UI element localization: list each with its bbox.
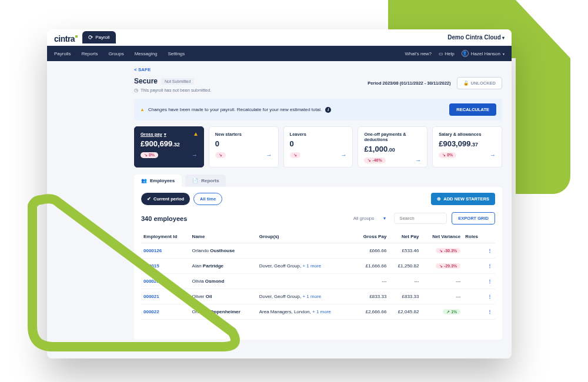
net-variance-cell: ↘ -29.3% [421, 259, 463, 274]
row-actions-menu[interactable]: ⋮ [487, 279, 493, 284]
card-one-off[interactable]: One-off payments & deductions £1,000.00 … [358, 126, 427, 167]
help-link[interactable]: ▭ Help [439, 51, 455, 56]
search-input[interactable] [394, 213, 447, 224]
nav-messaging[interactable]: Messaging [135, 51, 158, 56]
employee-name: Olivia Osmond [190, 274, 257, 289]
employment-id-link[interactable]: 000020 [141, 274, 190, 289]
roles-cell [463, 304, 485, 320]
info-icon[interactable]: i [325, 107, 331, 113]
warning-icon: ▲ [193, 130, 199, 137]
net-variance-cell: --- [421, 289, 463, 304]
roles-cell [463, 274, 485, 289]
page-title: Secure [134, 77, 158, 85]
card-new-starters[interactable]: New starters 0 ↘→ [209, 126, 279, 167]
employment-id-link[interactable]: 000021 [141, 289, 190, 304]
table-row: 0000126 Orlando Ousthouse £666.66 £533.4… [141, 243, 495, 259]
col-gross-pay[interactable]: Gross Pay [353, 230, 389, 243]
employment-id-link[interactable]: 000022 [141, 304, 190, 320]
module-tab-payroll[interactable]: ⟳ Payroll [82, 31, 115, 43]
table-row: 000015 Alan Partridge Dover, Geoff Group… [141, 259, 495, 274]
help-icon: ▭ [439, 51, 443, 56]
nav-reports[interactable]: Reports [81, 51, 98, 56]
chevron-down-icon: ▾ [503, 52, 505, 56]
brand-logo: cintra [54, 34, 78, 43]
employee-name: Oliver Oil [190, 289, 257, 304]
col-employment-id[interactable]: Employment Id [141, 230, 190, 243]
clock-icon: ◷ [134, 88, 138, 93]
groups-filter[interactable]: All groups ▾ [350, 213, 390, 223]
employees-table: Employment Id Name Group(s) Gross Pay Ne… [141, 230, 495, 320]
card-salary-allowances[interactable]: Salary & allowances £903,099.37 ↘ 0%→ [432, 126, 502, 167]
arrow-right-icon[interactable]: → [340, 152, 346, 158]
table-row: 000021 Oliver Oil Dover, Geoff Group, + … [141, 289, 495, 304]
row-actions-menu[interactable]: ⋮ [487, 294, 493, 299]
nav-payrolls[interactable]: Payrolls [54, 51, 71, 56]
employment-id-link[interactable]: 000015 [141, 259, 190, 274]
chevron-down-icon: ▾ [383, 216, 386, 221]
card-leavers[interactable]: Leavers 0 ↘→ [283, 126, 353, 167]
refresh-icon: ⟳ [88, 34, 93, 41]
employee-name: Orlando Ousthouse [190, 243, 257, 259]
groups-more-link[interactable]: + 1 more [312, 309, 331, 314]
delta-pill: ↘ 0% [141, 152, 158, 158]
user-menu[interactable]: 👤 Hazel Hanson ▾ [462, 50, 505, 57]
chip-current-period[interactable]: ✔ Current period [141, 193, 190, 205]
groups-more-link[interactable]: + 1 more [302, 263, 321, 269]
tab-employees[interactable]: 👥 Employees [134, 175, 182, 187]
whats-new-link[interactable]: What's new? [405, 51, 432, 56]
variance-pill: ↗ 1% [443, 309, 460, 314]
net-pay-cell: --- [389, 274, 421, 289]
row-actions-menu[interactable]: ⋮ [487, 263, 493, 269]
gross-pay-cell: £2,666.66 [353, 304, 389, 320]
arrow-right-icon[interactable]: → [490, 152, 496, 158]
plus-circle-icon: ⊕ [437, 196, 441, 202]
employees-panel: ✔ Current period All time ⊕ ADD NEW STAR… [134, 187, 502, 340]
tenant-selector[interactable]: Demo Cintra Cloud [447, 34, 505, 41]
back-link[interactable]: < SAFE [134, 67, 502, 72]
employee-groups: Area Managers, London, + 1 more [257, 304, 353, 320]
col-name[interactable]: Name [190, 230, 257, 243]
check-circle-icon: ✔ [147, 196, 151, 202]
nav-right: What's new? ▭ Help 👤 Hazel Hanson ▾ [405, 50, 505, 57]
employee-name: Orlando Oppenheimer [190, 304, 257, 320]
tab-reports[interactable]: 📄 Reports [185, 175, 226, 187]
employee-groups: Dover, Geoff Group, + 1 more [257, 259, 353, 274]
variance-pill: ↘ -29.3% [436, 263, 460, 269]
user-name: Hazel Hanson [471, 51, 500, 56]
row-actions-menu[interactable]: ⋮ [487, 309, 493, 314]
recalculate-alert: ▲ Changes have been made to your payroll… [134, 99, 502, 120]
col-roles[interactable]: Roles [463, 230, 485, 243]
status-badge: Not Submitted [161, 78, 194, 85]
summary-cards: ▲ Gross pay▾ £900,699.32 ↘ 0%→ New start… [134, 126, 502, 167]
net-pay-cell: £2,045.82 [389, 304, 421, 320]
delta-pill: ↘ [215, 152, 226, 158]
table-row: 000020 Olivia Osmond --- --- --- ⋮ [141, 274, 495, 289]
recalculate-button[interactable]: RECALCULATE [449, 103, 496, 116]
user-avatar-icon: 👤 [462, 50, 469, 57]
net-pay-cell: £533.46 [389, 243, 421, 259]
groups-more-link[interactable]: + 1 more [302, 294, 321, 299]
export-grid-button[interactable]: EXPORT GRID [452, 212, 495, 224]
nav-settings[interactable]: Settings [168, 51, 185, 56]
module-tab-label: Payroll [95, 35, 109, 40]
delta-pill: ↘ 0% [439, 152, 456, 158]
chip-all-time[interactable]: All time [193, 193, 222, 205]
arrow-right-icon[interactable]: → [415, 157, 421, 163]
col-net-variance[interactable]: Net Variance [421, 230, 463, 243]
add-new-starters-button[interactable]: ⊕ ADD NEW STARTERS [431, 193, 495, 205]
unlocked-button[interactable]: 🔓 UNLOCKED [457, 77, 503, 89]
document-icon: 📄 [192, 178, 198, 183]
arrow-right-icon[interactable]: → [192, 152, 198, 158]
col-net-pay[interactable]: Net Pay [389, 230, 421, 243]
card-gross-pay[interactable]: ▲ Gross pay▾ £900,699.32 ↘ 0%→ [134, 126, 204, 167]
nav-groups[interactable]: Groups [108, 51, 123, 56]
col-groups[interactable]: Group(s) [257, 230, 353, 243]
roles-cell [463, 259, 485, 274]
content-tabs: 👥 Employees 📄 Reports [134, 175, 502, 187]
roles-cell [463, 243, 485, 259]
row-actions-menu[interactable]: ⋮ [487, 248, 493, 253]
net-variance-cell: ↘ -30.3% [421, 243, 463, 259]
employee-groups [257, 274, 353, 289]
arrow-right-icon[interactable]: → [266, 152, 272, 158]
employment-id-link[interactable]: 0000126 [141, 243, 190, 259]
